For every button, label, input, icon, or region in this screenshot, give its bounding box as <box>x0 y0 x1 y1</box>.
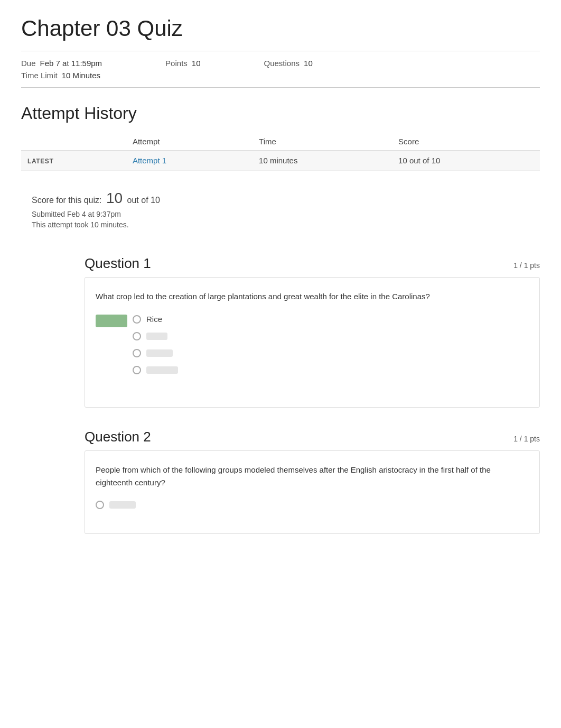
col-attempt: Attempt <box>126 133 253 151</box>
attempt-history-title: Attempt History <box>21 104 540 123</box>
score-big-number: 10 <box>106 190 123 206</box>
points-value: 10 <box>192 59 201 68</box>
question-1-header: Question 1 1 / 1 pts <box>85 255 540 272</box>
radio-q2-1 <box>96 501 104 509</box>
points-label: Points <box>165 59 188 68</box>
question-1-text: What crop led to the creation of large p… <box>96 290 529 303</box>
attempt-time: 10 minutes <box>253 151 392 171</box>
question-2-title: Question 2 <box>85 429 151 445</box>
redacted-q2-1 <box>109 501 136 509</box>
answer-q2-1 <box>96 501 529 509</box>
answer-q1-3 <box>133 349 178 357</box>
radio-q1-4 <box>133 366 141 374</box>
radio-q1-1 <box>133 315 141 324</box>
attempt-link[interactable]: Attempt 1 <box>133 156 166 165</box>
radio-q1-3 <box>133 349 141 357</box>
duration-text: This attempt took 10 minutes. <box>32 220 529 229</box>
question-1-body: What crop led to the creation of large p… <box>85 277 540 408</box>
question-2-block: Question 2 1 / 1 pts People from which o… <box>85 429 540 534</box>
questions-label: Questions <box>264 59 300 68</box>
question-1-block: Question 1 1 / 1 pts What crop led to th… <box>85 255 540 408</box>
answer-q1-2 <box>133 332 178 340</box>
question-1-title: Question 1 <box>85 255 151 272</box>
answer-q1-4 <box>133 366 178 374</box>
score-summary: Score for this quiz: 10 out of 10 Submit… <box>21 181 540 239</box>
score-label: Score for this quiz: <box>32 196 102 205</box>
redacted-q1-4 <box>146 366 178 374</box>
redacted-q1-2 <box>146 333 167 340</box>
col-tag <box>21 133 126 151</box>
question-2-text: People from which of the following group… <box>96 464 529 489</box>
questions-container: Question 1 1 / 1 pts What crop led to th… <box>85 255 540 534</box>
score-total: out of 10 <box>127 196 160 205</box>
question-1-points: 1 / 1 pts <box>513 261 540 270</box>
question-2-points: 1 / 1 pts <box>513 435 540 443</box>
questions-value: 10 <box>304 59 313 68</box>
question-2-body: People from which of the following group… <box>85 450 540 534</box>
attempt-score: 10 out of 10 <box>392 151 540 171</box>
latest-badge: LATEST <box>27 158 53 165</box>
question-2-header: Question 2 1 / 1 pts <box>85 429 540 445</box>
quiz-meta-bar: Due Feb 7 at 11:59pm Points 10 Questions… <box>21 51 540 88</box>
timelimit-label: Time Limit <box>21 71 58 80</box>
answer-q1-1-label: Rice <box>146 315 162 324</box>
redacted-q1-3 <box>146 349 173 357</box>
correct-marker-q1 <box>96 315 127 327</box>
due-value: Feb 7 at 11:59pm <box>40 59 102 68</box>
table-row: LATEST Attempt 1 10 minutes 10 out of 10 <box>21 151 540 171</box>
due-label: Due <box>21 59 36 68</box>
attempt-history-table: Attempt Time Score LATEST Attempt 1 10 m… <box>21 133 540 171</box>
submitted-text: Submitted Feb 4 at 9:37pm <box>32 210 529 218</box>
radio-q1-2 <box>133 332 141 340</box>
answer-q1-1: Rice <box>133 315 178 324</box>
col-time: Time <box>253 133 392 151</box>
col-score: Score <box>392 133 540 151</box>
page-title: Chapter 03 Quiz <box>21 16 540 41</box>
timelimit-value: 10 Minutes <box>62 71 100 80</box>
